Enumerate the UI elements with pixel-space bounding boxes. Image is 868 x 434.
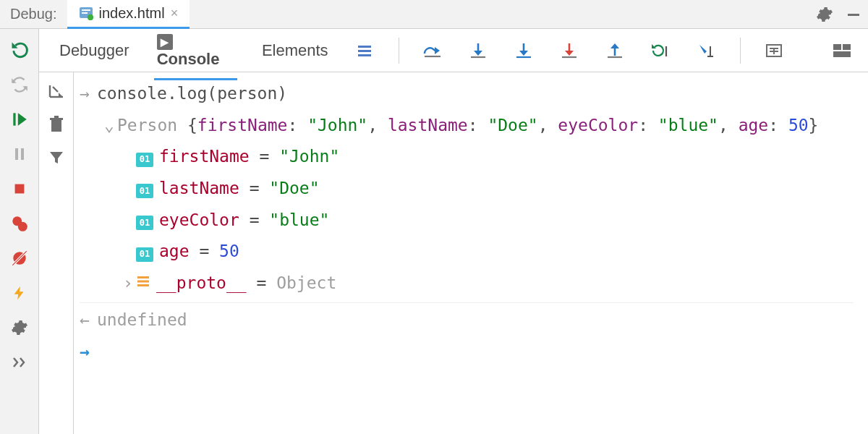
breakpoints-icon[interactable]	[9, 213, 30, 234]
proto-key: __proto__	[156, 268, 247, 299]
svg-line-38	[53, 87, 58, 92]
summary-prop-key: firstName	[197, 110, 288, 142]
more-icon[interactable]	[9, 352, 30, 373]
evaluate-expression-icon[interactable]	[762, 38, 786, 64]
summary-prop-value: "blue"	[658, 110, 718, 142]
summary-prop-value: "John"	[307, 110, 367, 142]
property-key: firstName	[159, 141, 250, 173]
stop-icon[interactable]	[9, 178, 30, 200]
rerun-icon[interactable]	[9, 39, 30, 61]
step-into-icon[interactable]	[467, 38, 490, 64]
input-arrow-icon: →	[80, 78, 97, 110]
tab-console[interactable]: ▶Console	[154, 21, 237, 80]
property-value: "Doe"	[269, 173, 319, 205]
close-tab-icon[interactable]: ×	[171, 6, 179, 21]
chevron-down-icon[interactable]: ⌄	[104, 110, 117, 142]
property-badge-icon: 01	[136, 247, 153, 262]
clear-console-icon[interactable]	[46, 114, 67, 135]
resume-icon[interactable]	[9, 109, 30, 130]
svg-point-10	[17, 222, 27, 231]
property-badge-icon: 01	[136, 153, 153, 167]
smart-step-into-icon[interactable]	[558, 38, 582, 64]
summary-prop-key: age	[739, 110, 769, 142]
tab-elements[interactable]: Elements	[259, 31, 331, 69]
svg-rect-7	[21, 148, 24, 160]
debugger-tab-bar: Debugger ▶Console Elements	[39, 29, 868, 72]
property-badge-icon: 01	[136, 184, 153, 198]
object-property-line[interactable]: 01firstName = "John"	[80, 141, 854, 173]
property-value: "blue"	[269, 205, 329, 237]
svg-rect-14	[358, 46, 371, 48]
proto-line[interactable]: › __proto__ = Object	[80, 268, 854, 299]
object-property-line[interactable]: 01lastName = "Doe"	[80, 173, 854, 205]
summary-prop-value: "Doe"	[488, 110, 537, 142]
tab-debugger[interactable]: Debugger	[56, 31, 132, 69]
play-badge-icon: ▶	[157, 34, 173, 50]
drop-frame-icon[interactable]	[694, 38, 718, 64]
svg-rect-1	[82, 9, 90, 11]
pause-icon[interactable]	[9, 143, 30, 165]
svg-rect-2	[82, 12, 88, 14]
svg-rect-39	[51, 120, 61, 132]
svg-rect-4	[848, 14, 859, 16]
summary-prop-key: lastName	[388, 110, 468, 142]
summary-prop-value: 50	[788, 110, 809, 142]
property-key: eyeColor	[159, 205, 239, 237]
output-arrow-icon: ←	[80, 305, 97, 336]
console-input-text: console.log(person)	[97, 78, 287, 110]
svg-rect-35	[833, 51, 851, 57]
proto-value: Object	[276, 268, 336, 299]
step-over-icon[interactable]	[421, 38, 445, 64]
file-tab-label: index.html	[99, 5, 165, 22]
filter-icon[interactable]	[46, 148, 67, 168]
svg-rect-5	[13, 113, 15, 125]
mute-breakpoints-icon[interactable]	[9, 247, 30, 269]
svg-rect-43	[137, 281, 149, 283]
svg-rect-41	[54, 116, 59, 118]
tab-list-icon[interactable]	[353, 38, 377, 64]
window-tab-strip: Debug: index.html ×	[0, 0, 868, 29]
console-input-line: → console.log(person)	[80, 78, 854, 110]
prompt-arrow-icon: →	[80, 336, 97, 368]
run-to-cursor-icon[interactable]	[649, 38, 673, 64]
console-prompt[interactable]: →	[80, 336, 854, 368]
console-output[interactable]: → console.log(person) ⌄ Person {firstNam…	[74, 72, 868, 434]
svg-rect-15	[358, 50, 371, 52]
step-out-icon[interactable]	[603, 38, 627, 64]
object-class-name: Person	[117, 110, 187, 142]
property-key: lastName	[159, 173, 239, 205]
summary-prop-key: eyeColor	[558, 110, 638, 142]
settings-icon[interactable]	[9, 317, 30, 339]
force-step-into-icon[interactable]	[512, 38, 536, 64]
property-key: age	[159, 236, 190, 268]
layout-icon[interactable]	[830, 38, 854, 64]
minimize-panel-icon[interactable]	[839, 6, 868, 23]
update-icon[interactable]	[9, 74, 30, 95]
svg-rect-40	[50, 118, 63, 120]
quick-eval-icon[interactable]	[9, 282, 30, 304]
chevron-right-icon[interactable]: ›	[123, 268, 136, 299]
object-property-line[interactable]: 01age = 50	[80, 236, 854, 268]
property-badge-icon: 01	[136, 216, 153, 230]
property-value: 50	[219, 236, 239, 268]
svg-rect-6	[15, 148, 18, 160]
svg-rect-42	[137, 276, 149, 278]
svg-rect-16	[358, 54, 371, 56]
scroll-to-end-icon[interactable]	[46, 81, 67, 101]
html-file-icon	[79, 6, 93, 20]
property-value: "John"	[279, 141, 339, 173]
console-side-rail	[39, 72, 74, 434]
svg-rect-44	[137, 284, 149, 286]
proto-icon	[136, 274, 150, 289]
return-value: undefined	[97, 305, 187, 336]
svg-rect-33	[833, 44, 841, 50]
debug-tool-label: Debug:	[0, 6, 67, 22]
object-property-line[interactable]: 01eyeColor = "blue"	[80, 205, 854, 237]
settings-gear-icon[interactable]	[810, 6, 839, 23]
object-summary-line[interactable]: ⌄ Person {firstName: "John", lastName: "…	[80, 110, 854, 142]
svg-rect-34	[843, 44, 851, 50]
return-value-line: ← undefined	[80, 302, 854, 336]
debug-side-rail	[0, 29, 39, 434]
svg-rect-8	[14, 184, 24, 194]
